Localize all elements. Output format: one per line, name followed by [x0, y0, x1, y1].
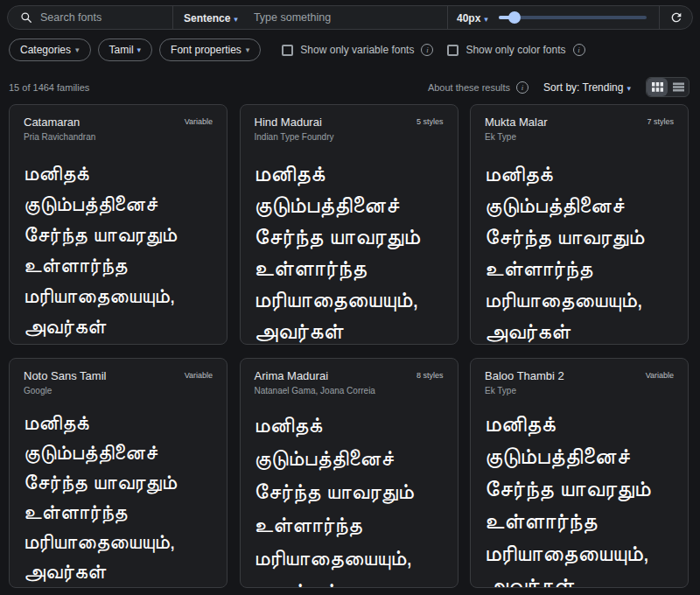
grid-view-button[interactable] [647, 78, 668, 96]
font-sample-text: மனிதக் குடும்பத்தினைச் சேர்ந்த யாவரதும் … [485, 408, 674, 588]
size-controls: 40px▾ [447, 6, 659, 29]
font-card-mukta-malar[interactable]: Mukta Malar Ek Type 7 styles மனிதக் குடு… [470, 104, 689, 345]
info-icon[interactable]: i [573, 44, 585, 56]
style-badge: 8 styles [416, 369, 444, 396]
results-count: 15 of 1464 families [9, 82, 428, 93]
font-designer: Indian Type Foundry [255, 132, 334, 142]
search-fonts-field[interactable]: Search fonts [8, 6, 172, 29]
chevron-down-icon: ▾ [234, 15, 238, 24]
font-size-slider[interactable] [499, 5, 647, 30]
list-view-icon [673, 82, 684, 92]
variable-fonts-checkbox[interactable] [282, 45, 293, 56]
slider-track[interactable] [499, 16, 647, 19]
search-input[interactable]: Search fonts [40, 11, 102, 24]
sort-by-dropdown[interactable]: Sort by: Trending▾ [543, 81, 631, 94]
font-card-noto-sans-tamil[interactable]: Noto Sans Tamil Google Variable மனிதக் க… [9, 358, 228, 588]
font-sample-text: மனிதக் குடும்பத்தினைச் சேர்ந்த யாவரதும் … [24, 408, 213, 586]
font-card-catamaran[interactable]: Catamaran Pria Ravichandran Variable மனி… [9, 104, 228, 345]
font-name[interactable]: Baloo Thambi 2 [485, 369, 564, 382]
font-designer: Natanael Gama, Joana Correia [255, 386, 375, 396]
preview-text-input[interactable]: Type something [254, 11, 331, 24]
results-header: 15 of 1464 families About these results … [9, 77, 690, 97]
chevron-down-icon: ▾ [246, 46, 250, 54]
style-badge: 5 styles [416, 116, 444, 142]
chevron-down-icon: ▾ [484, 15, 488, 24]
font-cards-grid: Catamaran Pria Ravichandran Variable மனி… [9, 104, 689, 595]
info-icon[interactable]: i [516, 81, 528, 94]
chevron-down-icon: ▾ [626, 84, 631, 93]
font-card-arima-madurai[interactable]: Arima Madurai Natanael Gama, Joana Corre… [240, 358, 458, 588]
font-card-hind-madurai[interactable]: Hind Madurai Indian Type Foundry 5 style… [240, 104, 458, 345]
info-icon[interactable]: i [421, 44, 433, 56]
refresh-icon [669, 10, 683, 24]
font-designer: Pria Ravichandran [24, 132, 95, 142]
color-fonts-checkbox[interactable] [447, 45, 458, 56]
chevron-down-icon: ▾ [75, 46, 80, 54]
reset-preview-button[interactable] [659, 6, 692, 29]
variable-fonts-label: Show only variable fonts [300, 44, 414, 56]
font-designer: Google [24, 386, 106, 396]
style-badge: Variable [185, 116, 213, 142]
about-results-link[interactable]: About these results [428, 82, 510, 93]
filter-bar: Categories▾ Tamil▾ Font properties▾ Show… [9, 38, 693, 61]
font-name[interactable]: Noto Sans Tamil [24, 369, 106, 382]
font-sample-text: மனிதக் குடும்பத்தினைச் சேர்ந்த யாவரதும் … [255, 158, 444, 345]
font-size-dropdown[interactable]: 40px▾ [457, 10, 488, 25]
preview-type-dropdown[interactable]: Sentence▾ [184, 10, 238, 25]
slider-thumb[interactable] [508, 11, 521, 24]
color-fonts-label: Show only color fonts [466, 44, 565, 56]
font-name[interactable]: Hind Madurai [255, 116, 334, 129]
font-name[interactable]: Catamaran [24, 116, 95, 129]
categories-filter-button[interactable]: Categories▾ [9, 38, 91, 61]
view-toggle [646, 77, 690, 97]
font-designer: Ek Type [485, 132, 548, 142]
grid-view-icon [652, 82, 663, 92]
font-sample-text: மனிதக் குடும்பத்தினைச் சேர்ந்த யாவரதும் … [485, 158, 674, 345]
language-filter-button[interactable]: Tamil▾ [98, 38, 153, 61]
font-name[interactable]: Mukta Malar [485, 116, 548, 129]
preview-controls: Sentence▾ Type something [172, 6, 447, 29]
toolbar: Search fonts Sentence▾ Type something 40… [7, 5, 693, 30]
font-card-baloo-thambi-2[interactable]: Baloo Thambi 2 Ek Type Variable மனிதக் க… [470, 358, 689, 588]
style-badge: 7 styles [647, 116, 674, 142]
font-name[interactable]: Arima Madurai [255, 369, 375, 382]
font-designer: Ek Type [485, 386, 564, 396]
font-sample-text: மனிதக் குடும்பத்தினைச் சேர்ந்த யாவரதும் … [24, 158, 213, 341]
font-properties-filter-button[interactable]: Font properties▾ [159, 38, 261, 61]
style-badge: Variable [185, 369, 213, 396]
style-badge: Variable [646, 369, 674, 396]
list-view-button[interactable] [668, 78, 689, 96]
search-icon [20, 11, 32, 24]
font-sample-text: மனிதக் குடும்பத்தினைச் சேர்ந்த யாவரதும் … [255, 408, 444, 588]
chevron-down-icon: ▾ [137, 46, 142, 54]
